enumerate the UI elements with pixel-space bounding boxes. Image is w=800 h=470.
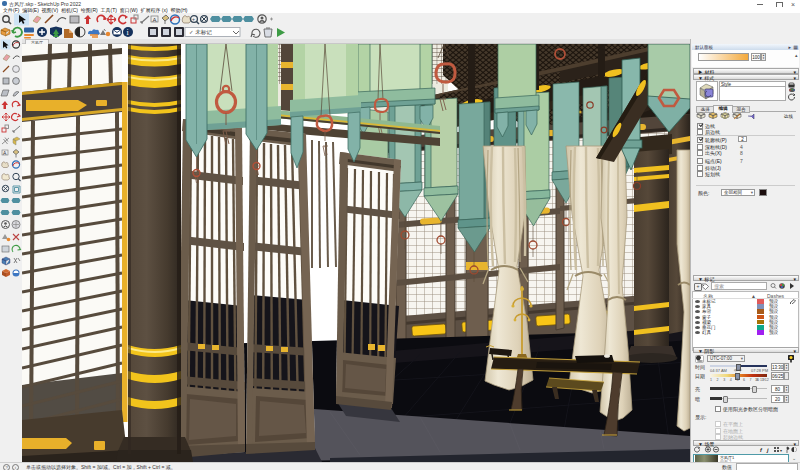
svg-text:边线: 边线 [784, 114, 794, 119]
svg-text:▾: ▾ [780, 448, 782, 453]
svg-text:A: A [153, 17, 157, 23]
svg-text:j: j [766, 447, 769, 453]
svg-text:✓ 未标记: ✓ 未标记 [189, 29, 212, 36]
svg-text:+: + [192, 16, 195, 22]
svg-text:f: f [760, 447, 763, 453]
